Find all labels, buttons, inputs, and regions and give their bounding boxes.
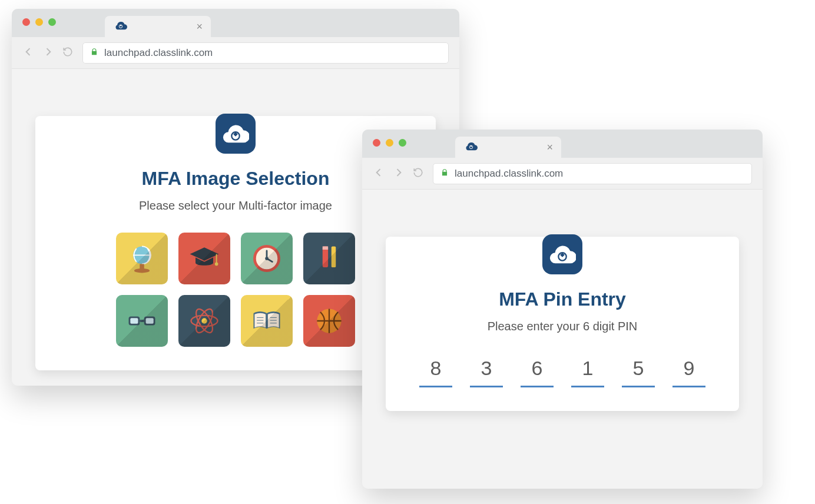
svg-point-5 [215, 263, 218, 266]
close-window-button[interactable] [373, 139, 380, 147]
nav-forward-button[interactable] [393, 167, 405, 181]
browser-tab[interactable]: × [455, 137, 561, 158]
nav-back-button[interactable] [373, 167, 385, 181]
mfa-tile-basketball[interactable] [303, 295, 355, 347]
lock-icon [90, 47, 98, 59]
browser-tab[interactable]: × [105, 16, 211, 37]
svg-point-20 [201, 318, 207, 323]
minimize-window-button[interactable] [35, 18, 43, 26]
mfa-tile-graduation[interactable] [178, 233, 230, 284]
svg-point-8 [265, 257, 269, 260]
minimize-window-button[interactable] [386, 139, 393, 147]
browser-toolbar: launchpad.classlink.com [362, 158, 763, 190]
pin-digit-1[interactable]: 8 [415, 357, 456, 387]
mfa-tile-globe[interactable] [116, 233, 168, 284]
window-controls [22, 18, 56, 26]
maximize-window-button[interactable] [399, 139, 406, 147]
close-tab-icon[interactable]: × [196, 21, 203, 32]
reload-button[interactable] [413, 167, 423, 180]
mfa-tile-clock[interactable] [241, 233, 293, 284]
browser-window-pin-entry: × launchpad.classlink.com [362, 130, 763, 489]
maximize-window-button[interactable] [48, 18, 56, 26]
browser-toolbar: launchpad.classlink.com [12, 37, 459, 69]
address-text: launchpad.classlink.com [104, 47, 213, 59]
mfa-tile-pencils[interactable] [303, 233, 355, 284]
close-window-button[interactable] [22, 18, 30, 26]
nav-back-button[interactable] [22, 46, 34, 60]
titlebar: × [12, 9, 459, 37]
close-tab-icon[interactable]: × [546, 142, 553, 152]
pin-digit-3[interactable]: 6 [516, 357, 558, 387]
mfa-image-grid [59, 233, 412, 347]
mfa-tile-book[interactable] [241, 295, 293, 347]
classlink-cloud-icon [465, 140, 478, 155]
svg-rect-10 [323, 246, 328, 250]
pin-digit-5[interactable]: 5 [618, 357, 659, 387]
address-bar[interactable]: launchpad.classlink.com [82, 42, 449, 64]
address-text: launchpad.classlink.com [455, 168, 563, 180]
svg-rect-15 [146, 318, 154, 323]
svg-rect-16 [140, 320, 144, 322]
window-controls [373, 139, 406, 147]
lock-icon [440, 168, 449, 180]
card-subtitle: Please enter your 6 digit PIN [409, 320, 715, 333]
mfa-tile-glasses[interactable] [116, 295, 168, 347]
svg-point-4 [134, 268, 150, 273]
pin-digit-4[interactable]: 1 [567, 357, 608, 387]
mfa-pin-card: MFA Pin Entry Please enter your 6 digit … [386, 237, 739, 411]
svg-rect-11 [332, 246, 336, 267]
pin-digit-2[interactable]: 3 [466, 357, 507, 387]
nav-forward-button[interactable] [42, 46, 54, 60]
card-subtitle: Please select your Multi-factor image [59, 199, 412, 213]
svg-rect-14 [130, 318, 138, 323]
reload-button[interactable] [62, 47, 73, 59]
classlink-cloud-icon [114, 19, 127, 34]
pin-input-row: 8 3 6 1 5 9 [409, 357, 715, 387]
classlink-app-icon [542, 234, 582, 274]
card-title: MFA Image Selection [59, 168, 412, 190]
card-title: MFA Pin Entry [409, 289, 715, 310]
titlebar: × [362, 130, 763, 158]
pin-digit-6[interactable]: 9 [668, 357, 710, 387]
classlink-app-icon [216, 114, 256, 154]
mfa-tile-atom[interactable] [178, 295, 230, 347]
address-bar[interactable]: launchpad.classlink.com [433, 163, 752, 184]
page-viewport: MFA Pin Entry Please enter your 6 digit … [362, 190, 763, 489]
